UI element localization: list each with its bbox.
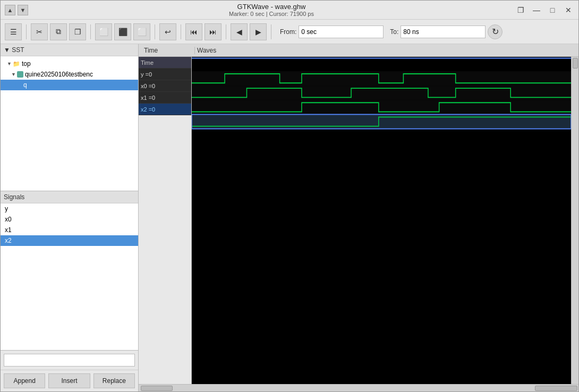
append-button[interactable]: Append (4, 373, 45, 388)
sig-cell-x1: x1 =0 (139, 92, 191, 104)
tree-item-top[interactable]: ▼ 📁 top (1, 58, 138, 69)
titlebar: ▲ ▼ GTKWave - wave.ghw Marker: 0 sec | C… (1, 1, 578, 20)
wave-svg (192, 57, 571, 384)
button-row: Append Insert Replace (1, 370, 138, 391)
wave-h-scroll-thumb[interactable] (535, 386, 577, 391)
module-icon-quine (17, 71, 23, 78)
left-panel: ▼ SST ▼ 📁 top ▼ (1, 44, 139, 391)
insert-button[interactable]: Insert (48, 373, 90, 388)
chevron-icon-top: ▼ (7, 61, 12, 66)
restore-button[interactable]: ❐ (515, 4, 526, 16)
copy-button[interactable]: ⧉ (50, 23, 67, 40)
from-input[interactable] (299, 25, 384, 38)
window-title: GTKWave - wave.ghw (28, 3, 515, 11)
menu-button[interactable]: ☰ (5, 23, 22, 40)
maximize-button[interactable]: □ (547, 4, 558, 16)
zoom-fit-button[interactable]: ⬛ (114, 23, 131, 40)
main-content: ▼ SST ▼ 📁 top ▼ (1, 44, 578, 391)
replace-button[interactable]: Replace (93, 373, 135, 388)
signal-h-scroll-thumb[interactable] (141, 386, 173, 391)
tree-item-quine[interactable]: ▼ quine20250106testbenc (1, 69, 138, 80)
v-scroll-thumb[interactable] (573, 58, 578, 69)
horizontal-scrollbar[interactable] (139, 384, 578, 391)
sst-header: ▼ SST (1, 44, 138, 56)
sig-cell-time: Time (139, 57, 191, 69)
undo-button[interactable]: ↩ (159, 23, 176, 40)
vertical-scrollbar[interactable] (571, 57, 578, 384)
tree-label-quine: quine20250106testbenc (25, 71, 93, 78)
waves-header: Time Waves (139, 44, 578, 57)
titlebar-right: ❐ — □ ✕ (515, 4, 574, 16)
signal-item-x1[interactable]: x1 (1, 225, 138, 235)
to-input[interactable] (401, 25, 486, 38)
tree-row-quine[interactable]: ▼ quine20250106testbenc (9, 70, 138, 79)
window-subtitle: Marker: 0 sec | Cursor: 71900 ps (28, 11, 515, 17)
tree-item-q[interactable]: q (1, 80, 138, 90)
signals-col-header: Time (142, 47, 195, 54)
sst-section: ▼ SST ▼ 📁 top ▼ (1, 44, 138, 191)
sig-cell-x0: x0 =0 (139, 80, 191, 92)
toolbar-separator-6 (271, 24, 271, 39)
signals-section: Signals y x0 x1 x2 (1, 191, 138, 351)
from-label: From: (280, 28, 296, 36)
tree-row-q[interactable]: q (13, 81, 138, 89)
sig-cell-y: y =0 (139, 69, 191, 80)
chevron-icon-quine: ▼ (11, 72, 16, 77)
first-button[interactable]: ⏮ (185, 23, 202, 40)
tree-label-top: top (22, 60, 31, 67)
expand-button[interactable]: ▼ (18, 5, 28, 15)
main-window: ▲ ▼ GTKWave - wave.ghw Marker: 0 sec | C… (0, 0, 579, 392)
toolbar-separator-3 (155, 24, 155, 39)
signal-icon-q (15, 82, 22, 88)
sst-title: SST (12, 46, 24, 54)
right-panel: Time Waves Time y =0 x0 =0 x1 =0 x2 =0 (139, 44, 578, 391)
signals-header: Signals (1, 191, 138, 203)
cut-button[interactable]: ✂ (31, 23, 48, 40)
toolbar-separator-5 (226, 24, 226, 39)
sst-label: ▼ (4, 46, 12, 54)
signals-list[interactable]: y x0 x1 x2 (1, 203, 138, 350)
last-button[interactable]: ⏭ (205, 23, 222, 40)
paste-button[interactable]: ❐ (69, 23, 86, 40)
collapse-button[interactable]: ▲ (5, 5, 15, 15)
prev-button[interactable]: ◀ (231, 23, 248, 40)
reload-button[interactable]: ↻ (488, 24, 503, 39)
next-button[interactable]: ▶ (250, 23, 267, 40)
toolbar: ☰ ✂ ⧉ ❐ ⬜ ⬛ ⬜ ↩ ⏮ ⏭ ◀ ▶ From: To: ↻ (1, 20, 578, 44)
toolbar-separator-2 (90, 24, 91, 39)
waves-col-header: Waves (195, 47, 575, 54)
search-area: 🔍 (1, 351, 138, 370)
waves-inner: Time y =0 x0 =0 x1 =0 x2 =0 (139, 57, 578, 391)
search-wrapper: 🔍 (4, 354, 135, 367)
signal-col: Time y =0 x0 =0 x1 =0 x2 =0 (139, 57, 192, 384)
tree-label-q: q (23, 81, 27, 89)
select-all-button[interactable]: ⬜ (95, 23, 112, 40)
search-input[interactable] (4, 354, 135, 367)
waves-body: Time y =0 x0 =0 x1 =0 x2 =0 (139, 57, 578, 384)
signal-item-y[interactable]: y (1, 203, 138, 214)
toolbar-separator-1 (26, 24, 27, 39)
waves-area: Time y =0 x0 =0 x1 =0 x2 =0 (139, 57, 578, 391)
minimize-button[interactable]: — (531, 4, 542, 16)
wave-display[interactable] (192, 57, 571, 384)
zoom-button[interactable]: ⬜ (133, 23, 150, 40)
titlebar-center: GTKWave - wave.ghw Marker: 0 sec | Curso… (28, 3, 515, 17)
folder-icon-top: 📁 (13, 60, 20, 67)
tree-row-top[interactable]: ▼ 📁 top (5, 59, 138, 68)
to-label: To: (390, 28, 398, 36)
toolbar-separator-4 (181, 24, 181, 39)
sig-cell-x2: x2 =0 (139, 104, 191, 115)
sst-tree[interactable]: ▼ 📁 top ▼ quine20250106testbenc (1, 56, 138, 191)
signal-item-x2[interactable]: x2 (1, 235, 138, 246)
close-button[interactable]: ✕ (563, 4, 574, 16)
titlebar-left: ▲ ▼ (5, 5, 28, 15)
signal-item-x0[interactable]: x0 (1, 214, 138, 225)
